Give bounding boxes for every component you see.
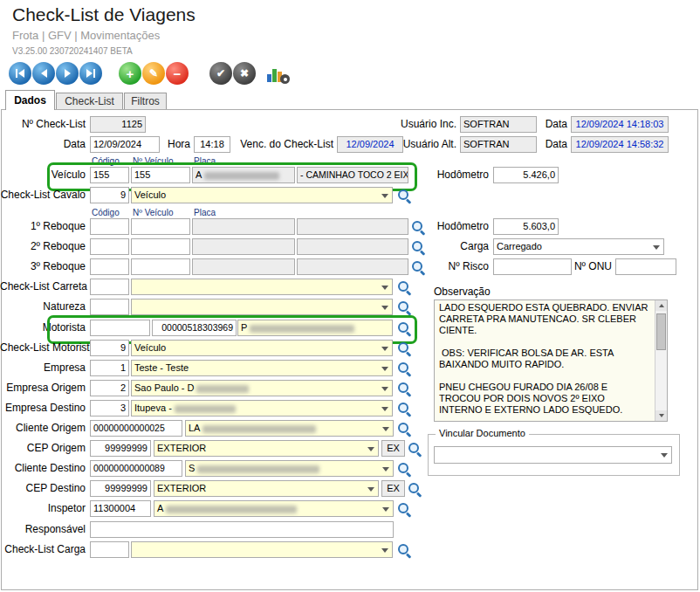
column-codigo-2: Código [92,208,120,217]
reboque3-num-field[interactable] [131,258,190,275]
checklist-motorista-cod-field[interactable]: 9 [90,340,129,356]
checklist-carga-combo[interactable] [131,541,393,558]
cliente-destino-cod-field[interactable]: 00000000000089 [90,460,182,477]
natureza-combo[interactable] [131,299,393,315]
confirm-button[interactable]: ✔ [209,62,232,85]
cliente-origem-cod-field[interactable]: 00000000000025 [90,420,182,437]
checklist-cavalo-search-icon[interactable] [397,189,412,203]
checklist-carga-search-icon[interactable] [397,543,412,558]
num-checklist-field[interactable]: 1125 [90,116,146,133]
cep-destino-uf-field[interactable]: EX [381,480,405,497]
scrollbar-thumb[interactable] [656,313,666,350]
cep-origem-search-icon[interactable] [408,442,422,457]
cep-origem-combo[interactable]: EXTERIOR [154,440,379,457]
cep-destino-cod-field[interactable]: 99999999 [90,480,151,497]
checklist-carga-cod-field[interactable] [90,541,129,558]
carga-combo[interactable]: Carregado [493,238,664,255]
veiculo-num-field[interactable]: 155 [131,167,190,183]
nav-previous-button[interactable] [32,62,55,85]
hora-field[interactable]: 14:18 [194,136,230,153]
reboque3-desc-field[interactable] [297,258,408,275]
tab-filtros[interactable]: Filtros [124,93,167,110]
reboque2-num-field[interactable] [131,238,190,255]
natureza-cod-field[interactable] [90,299,129,315]
motorista-cod-field[interactable]: 00000518303969 [152,320,237,336]
empresa-destino-cod-field[interactable]: 3 [90,400,129,416]
veiculo-desc-field[interactable]: - CAMINHAO TOCO 2 EIXOS [297,167,408,183]
tab-dados[interactable]: Dados [5,90,55,110]
hodometro-reboque-field[interactable]: 5.603,0 [493,218,559,235]
num-risco-field[interactable] [493,258,572,275]
tab-checklist[interactable]: Check-List [56,93,123,110]
natureza-search-icon[interactable] [397,300,412,315]
cliente-origem-search-icon[interactable] [397,422,412,437]
cliente-destino-search-icon[interactable] [397,462,412,477]
cliente-destino-combo[interactable]: S [185,460,394,477]
chevron-down-icon [381,407,388,411]
usuario-alt-field[interactable]: SOFTRAN [460,136,537,153]
empresa-destino-combo[interactable]: Itupeva - [131,400,393,416]
cep-destino-search-icon[interactable] [408,482,422,497]
responsavel-field[interactable] [90,521,394,538]
reboque3-placa-field[interactable] [192,258,295,275]
empresa-origem-cod-field[interactable]: 2 [90,380,129,396]
empresa-combo[interactable]: Teste - Teste [131,360,393,376]
num-onu-field[interactable] [615,258,676,275]
data-field[interactable]: 12/09/2024 [90,136,160,153]
reboque2-desc-field[interactable] [297,238,408,255]
vincular-documento-combo[interactable] [434,446,672,464]
inspetor-search-icon[interactable] [397,502,412,517]
nav-next-button[interactable] [56,62,79,85]
checklist-carreta-combo[interactable] [131,279,393,295]
scroll-up-icon[interactable] [655,300,667,311]
reboque2-search-icon[interactable] [411,240,426,255]
reboque1-search-icon[interactable] [411,220,426,235]
add-button[interactable]: + [119,62,141,85]
motorista-field-1[interactable] [90,320,150,336]
num-checklist-label: Nº Check-List [0,116,86,133]
nav-last-button[interactable] [79,62,102,85]
observacao-scrollbar[interactable] [655,300,667,421]
delete-button[interactable]: − [166,62,189,85]
reboque1-num-field[interactable] [131,218,190,235]
nav-first-button[interactable] [9,62,31,85]
reboque2-codigo-field[interactable] [90,238,129,255]
observacao-textarea[interactable]: LADO ESQUERDO ESTA QUEBRADO. ENVIAR CARR… [434,299,668,422]
checklist-motorista-search-icon[interactable] [397,341,412,356]
reboque2-placa-field[interactable] [192,238,295,255]
cancel-button[interactable]: ✖ [233,62,256,85]
hodometro-cavalo-field[interactable]: 5.426,0 [493,167,559,183]
scroll-down-icon[interactable] [655,410,667,421]
cliente-origem-combo[interactable]: LA [185,420,394,437]
empresa-origem-combo[interactable]: Sao Paulo - D [131,380,393,396]
inspetor-cod-field[interactable]: 11300004 [90,500,151,517]
empresa-destino-search-icon[interactable] [397,402,412,416]
checklist-carreta-cod-field[interactable] [90,279,129,295]
chart-settings-button[interactable] [265,63,290,84]
reboque3-search-icon[interactable] [411,260,426,275]
usuario-inc-field[interactable]: SOFTRAN [460,116,537,133]
empresa-search-icon[interactable] [397,361,412,376]
cep-origem-cod-field[interactable]: 99999999 [90,440,151,457]
edit-button[interactable]: ✎ [142,62,165,85]
reboque1-placa-field[interactable] [192,218,295,235]
motorista-search-icon[interactable] [397,321,412,336]
checklist-cavalo-combo[interactable]: Veículo [131,187,393,203]
data-alt-label: Data [538,136,567,153]
data-inc-field[interactable]: 12/09/2024 14:18:03 [571,116,669,133]
checklist-carreta-search-icon[interactable] [397,280,412,295]
checklist-cavalo-cod-field[interactable]: 9 [90,187,129,203]
checklist-motorista-combo[interactable]: Veículo [131,340,393,356]
reboque1-codigo-field[interactable] [90,218,129,235]
motorista-nome-field[interactable]: P [237,320,393,336]
empresa-cod-field[interactable]: 1 [90,360,129,376]
reboque1-desc-field[interactable] [297,218,408,235]
cep-origem-uf-field[interactable]: EX [381,440,405,457]
data-alt-field[interactable]: 12/09/2024 14:58:32 [571,136,669,153]
reboque3-codigo-field[interactable] [90,258,129,275]
veiculo-codigo-field[interactable]: 155 [90,167,129,183]
empresa-origem-search-icon[interactable] [397,382,412,396]
veiculo-placa-field[interactable]: A [192,167,295,183]
cep-destino-combo[interactable]: EXTERIOR [154,480,379,497]
inspetor-combo[interactable]: A [154,500,394,517]
